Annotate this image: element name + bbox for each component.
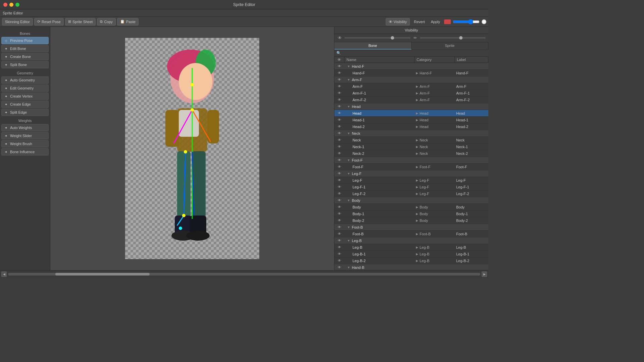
eye-visibility-cell[interactable]: 👁 bbox=[334, 212, 344, 216]
expand-collapse-icon[interactable]: ▼ bbox=[347, 78, 350, 81]
canvas-area[interactable] bbox=[50, 27, 334, 270]
eye-visibility-cell[interactable]: 👁 bbox=[334, 172, 344, 175]
tree-row[interactable]: 👁Arm-F▶ Arm-FArm-F bbox=[334, 83, 488, 90]
edit-bone-button[interactable]: ✦ Edit Bone bbox=[1, 45, 49, 52]
weight-slider-button[interactable]: ✦ Weight Slider bbox=[1, 132, 49, 139]
tree-row[interactable]: 👁▼Foot-F bbox=[334, 157, 488, 164]
eye-visibility-cell[interactable]: 👁 bbox=[334, 205, 344, 209]
visibility-slider-left[interactable] bbox=[344, 37, 411, 39]
expand-collapse-icon[interactable]: ▼ bbox=[347, 226, 350, 229]
tree-row[interactable]: 👁Neck-2▶ NeckNeck-2 bbox=[334, 150, 488, 157]
tree-row[interactable]: 👁Head-2▶ HeadHead-2 bbox=[334, 123, 488, 130]
tree-row[interactable]: 👁Leg-F-2▶ Leg-FLeg-F-2 bbox=[334, 190, 488, 197]
opacity-slider[interactable] bbox=[453, 19, 480, 24]
tree-row[interactable]: 👁▼Body bbox=[334, 197, 488, 204]
eye-visibility-cell[interactable]: 👁 bbox=[334, 118, 344, 122]
tree-row[interactable]: 👁Foot-F▶ Foot-FFoot-F bbox=[334, 164, 488, 170]
apply-button[interactable]: Apply bbox=[429, 19, 442, 24]
auto-weights-button[interactable]: ✦ Auto Weights bbox=[1, 124, 49, 131]
eye-visibility-cell[interactable]: 👁 bbox=[334, 178, 344, 182]
sprite-sheet-button[interactable]: ⊞ Sprite Sheet bbox=[65, 18, 96, 25]
eye-visibility-cell[interactable]: 👁 bbox=[334, 225, 344, 229]
eye-visibility-cell[interactable]: 👁 bbox=[334, 78, 344, 81]
eye-visibility-cell[interactable]: 👁 bbox=[334, 252, 344, 256]
split-edge-button[interactable]: ✦ Split Edge bbox=[1, 109, 49, 116]
copy-button[interactable]: ⧉ Copy bbox=[97, 18, 116, 25]
expand-collapse-icon[interactable]: ▼ bbox=[347, 132, 350, 135]
tree-body[interactable]: 👁▼Hand-F👁Hand-F▶ Hand-FHand-F👁▼Arm-F👁Arm… bbox=[334, 63, 488, 270]
tree-row[interactable]: 👁Leg-F-1▶ Leg-FLeg-F-1 bbox=[334, 184, 488, 190]
search-input[interactable] bbox=[342, 51, 486, 55]
edit-geometry-button[interactable]: ✦ Edit Geometry bbox=[1, 84, 49, 92]
auto-geometry-button[interactable]: ✦ Auto Geometry bbox=[1, 76, 49, 84]
preview-pose-button[interactable]: ⊹ Preview Pose bbox=[1, 37, 49, 44]
expand-collapse-icon[interactable]: ▼ bbox=[347, 239, 350, 242]
tree-row[interactable]: 👁▼Hand-B bbox=[334, 264, 488, 270]
horizontal-scrollbar[interactable] bbox=[8, 273, 480, 276]
tree-row[interactable]: 👁▼Neck bbox=[334, 130, 488, 137]
paste-button[interactable]: 📋 Paste bbox=[117, 18, 139, 25]
reset-pose-button[interactable]: ⟳ Reset Pose bbox=[34, 18, 64, 25]
eye-visibility-cell[interactable]: 👁 bbox=[334, 84, 344, 88]
scroll-left-button[interactable]: ◀ bbox=[1, 272, 7, 277]
eye-visibility-cell[interactable]: 👁 bbox=[334, 145, 344, 148]
eye-visibility-cell[interactable]: 👁 bbox=[334, 232, 344, 236]
eye-visibility-cell[interactable]: 👁 bbox=[334, 125, 344, 128]
eye-visibility-cell[interactable]: 👁 bbox=[334, 71, 344, 75]
eye-visibility-cell[interactable]: 👁 bbox=[334, 259, 344, 262]
minimize-button[interactable] bbox=[9, 3, 13, 7]
bone-influence-button[interactable]: ✦ Bone Influence bbox=[1, 148, 49, 156]
tree-row[interactable]: 👁Head▶ HeadHead bbox=[334, 110, 488, 117]
create-edge-button[interactable]: ✦ Create Edge bbox=[1, 101, 49, 108]
visibility-slider-right[interactable] bbox=[420, 37, 486, 39]
maximize-button[interactable] bbox=[15, 3, 19, 7]
expand-collapse-icon[interactable]: ▼ bbox=[347, 159, 350, 162]
sprite-tab[interactable]: Sprite bbox=[412, 42, 489, 50]
eye-visibility-cell[interactable]: 👁 bbox=[334, 165, 344, 169]
revert-button[interactable]: Revert bbox=[412, 19, 427, 24]
eye-visibility-cell[interactable]: 👁 bbox=[334, 185, 344, 189]
expand-collapse-icon[interactable]: ▼ bbox=[347, 266, 350, 269]
eye-visibility-cell[interactable]: 👁 bbox=[334, 239, 344, 242]
create-bone-button[interactable]: ✦ Create Bone bbox=[1, 53, 49, 60]
eye-visibility-cell[interactable]: 👁 bbox=[334, 111, 344, 115]
tree-row[interactable]: 👁Body-2▶ BodyBody-2 bbox=[334, 217, 488, 224]
eye-visibility-cell[interactable]: 👁 bbox=[334, 152, 344, 155]
tree-row[interactable]: 👁Leg-F▶ Leg-FLeg-F bbox=[334, 177, 488, 184]
tree-row[interactable]: 👁Leg-B-2▶ Leg-BLeg-B-2 bbox=[334, 257, 488, 264]
tree-row[interactable]: 👁Leg-B-1▶ Leg-BLeg-B-1 bbox=[334, 251, 488, 257]
eye-visibility-cell[interactable]: 👁 bbox=[334, 245, 344, 249]
tree-row[interactable]: 👁▼Leg-F bbox=[334, 170, 488, 177]
tree-row[interactable]: 👁Neck-1▶ NeckNeck-1 bbox=[334, 143, 488, 150]
split-bone-button[interactable]: ✦ Split Bone bbox=[1, 61, 49, 68]
tree-row[interactable]: 👁Leg-B▶ Leg-BLeg-B bbox=[334, 244, 488, 251]
eye-visibility-cell[interactable]: 👁 bbox=[334, 198, 344, 202]
close-button[interactable] bbox=[3, 3, 7, 7]
eye-visibility-cell[interactable]: 👁 bbox=[334, 265, 344, 269]
bone-tab[interactable]: Bone bbox=[334, 42, 412, 50]
tree-row[interactable]: 👁▼Arm-F bbox=[334, 76, 488, 83]
eye-visibility-cell[interactable]: 👁 bbox=[334, 158, 344, 162]
expand-collapse-icon[interactable]: ▼ bbox=[347, 105, 350, 108]
skinning-editor-dropdown[interactable]: Skinning Editor bbox=[2, 18, 33, 25]
eye-visibility-cell[interactable]: 👁 bbox=[334, 192, 344, 195]
tree-row[interactable]: 👁▼Hand-F bbox=[334, 63, 488, 70]
tree-row[interactable]: 👁Body▶ BodyBody bbox=[334, 204, 488, 210]
tree-row[interactable]: 👁Body-1▶ BodyBody-1 bbox=[334, 210, 488, 217]
tree-row[interactable]: 👁Foot-B▶ Foot-BFoot-B bbox=[334, 231, 488, 237]
eye-visibility-cell[interactable]: 👁 bbox=[334, 98, 344, 102]
expand-collapse-icon[interactable]: ▼ bbox=[347, 172, 350, 175]
expand-collapse-icon[interactable]: ▼ bbox=[347, 65, 350, 68]
eye-visibility-cell[interactable]: 👁 bbox=[334, 105, 344, 108]
eye-visibility-cell[interactable]: 👁 bbox=[334, 91, 344, 95]
tree-row[interactable]: 👁▼Head bbox=[334, 103, 488, 110]
create-vertex-button[interactable]: ✦ Create Vertex bbox=[1, 93, 49, 100]
scroll-right-button[interactable]: ▶ bbox=[482, 272, 487, 277]
visibility-button[interactable]: 👁 Visibility bbox=[386, 18, 410, 25]
tree-row[interactable]: 👁Hand-F▶ Hand-FHand-F bbox=[334, 70, 488, 76]
eye-visibility-cell[interactable]: 👁 bbox=[334, 138, 344, 142]
eye-visibility-cell[interactable]: 👁 bbox=[334, 219, 344, 222]
eye-visibility-cell[interactable]: 👁 bbox=[334, 131, 344, 135]
tree-row[interactable]: 👁Arm-F-2▶ Arm-FArm-F-2 bbox=[334, 97, 488, 103]
eye-visibility-cell[interactable]: 👁 bbox=[334, 64, 344, 68]
